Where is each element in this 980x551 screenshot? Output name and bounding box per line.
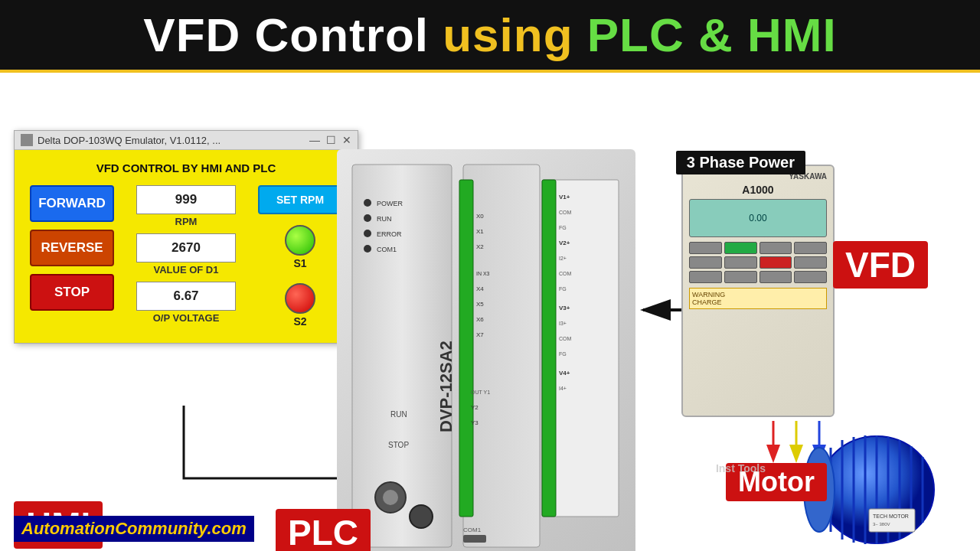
vfd-model: A1000 [689, 184, 827, 196]
svg-text:RUN: RUN [390, 410, 407, 419]
title-using: using [443, 8, 573, 61]
hmi-body: VFD CONTROL BY HMI AND PLC FORWARD REVER… [15, 150, 358, 343]
svg-rect-36 [542, 180, 556, 517]
svg-text:FG: FG [559, 286, 567, 292]
three-phase-label: 3 Phase Power [676, 151, 805, 174]
vfd-btn-11[interactable] [760, 271, 792, 283]
vfd-btn-7[interactable] [760, 256, 792, 269]
vfd-btn-6[interactable] [724, 256, 757, 269]
svg-point-56 [383, 490, 398, 505]
vfd-warning-label: WARNINGCHARGE [689, 288, 827, 309]
svg-rect-26 [459, 180, 473, 517]
stop-button[interactable]: STOP [30, 274, 114, 311]
hmi-emulator-window: Delta DOP-103WQ Emulator, V1.0112, ... —… [14, 130, 358, 344]
vfd-btn-8[interactable] [794, 256, 827, 269]
rpm-value-display[interactable]: 999 [136, 185, 236, 214]
svg-text:X6: X6 [476, 316, 484, 323]
hmi-set-indicators: SET RPM S1 S2 [258, 185, 342, 328]
s2-indicator-light [285, 283, 315, 314]
minimize-button[interactable]: — [309, 134, 320, 146]
vfd-btn-1[interactable] [689, 242, 722, 254]
svg-text:X2: X2 [476, 243, 484, 250]
svg-point-20 [364, 230, 371, 237]
s2-indicator-group: S2 [285, 283, 315, 328]
vfd-display: 0.00 [689, 199, 827, 237]
rpm-label: RPM [175, 216, 198, 227]
svg-text:I3+: I3+ [559, 321, 567, 326]
title-plchmi: PLC & HMI [573, 8, 837, 61]
s1-indicator-light [285, 225, 315, 256]
svg-text:I2+: I2+ [559, 256, 567, 261]
plc-svg: POWER RUN ERROR COM1 DVP-12SA2 {/* screw… [345, 157, 628, 551]
main-content: Delta DOP-103WQ Emulator, V1.0112, ... —… [0, 73, 980, 551]
plc-label: PLC [276, 509, 371, 551]
svg-rect-59 [463, 535, 486, 543]
forward-button[interactable]: FORWARD [30, 185, 114, 222]
d1-label: VALUE OF D1 [154, 264, 219, 276]
voltage-field-group: 6.67 O/P VOLTAGE [126, 282, 246, 324]
d1-value-display[interactable]: 2670 [136, 233, 236, 262]
d1-field-group: 2670 VALUE OF D1 [126, 233, 246, 276]
hmi-window-icon [21, 134, 33, 146]
svg-text:X1: X1 [476, 228, 484, 235]
svg-text:COM: COM [559, 336, 572, 341]
vfd-btn-10[interactable] [724, 271, 757, 283]
svg-text:V2+: V2+ [559, 240, 570, 246]
vfd-btn-12[interactable] [794, 271, 827, 283]
svg-text:RUN: RUN [377, 215, 392, 223]
svg-text:FG: FG [559, 225, 567, 230]
svg-point-22 [364, 245, 371, 253]
hmi-titlebar-controls[interactable]: — ☐ ✕ [309, 134, 351, 146]
hmi-fields: 999 RPM 2670 VALUE OF D1 6.67 O/P VOLTAG… [126, 185, 246, 327]
hmi-indicators: S1 S2 [285, 225, 315, 328]
rpm-field-group: 999 RPM [126, 185, 246, 227]
svg-rect-25 [463, 165, 540, 547]
reverse-button[interactable]: REVERSE [30, 230, 114, 266]
svg-text:I4+: I4+ [559, 386, 567, 391]
s1-indicator-group: S1 [285, 225, 315, 269]
svg-text:POWER: POWER [377, 200, 403, 207]
svg-text:X5: X5 [476, 301, 484, 308]
svg-text:COM: COM [559, 271, 572, 276]
svg-point-16 [364, 199, 371, 207]
svg-point-57 [410, 505, 433, 528]
svg-text:V3+: V3+ [559, 305, 570, 311]
title-part1: VFD Control [143, 8, 443, 61]
hmi-window-title: Delta DOP-103WQ Emulator, V1.0112, ... [38, 135, 220, 146]
page-title: VFD Control using PLC & HMI [143, 8, 836, 62]
close-button[interactable]: ✕ [342, 134, 351, 146]
vfd-buttons-grid [689, 242, 827, 283]
vfd-btn-9[interactable] [689, 271, 722, 283]
set-rpm-button[interactable]: SET RPM [258, 185, 342, 214]
svg-text:COM: COM [559, 210, 572, 215]
vfd-device: YASKAWA A1000 0.00 WARNINGCHARGE [681, 165, 835, 417]
svg-text:Y2: Y2 [471, 404, 479, 411]
voltage-value-display[interactable]: 6.67 [136, 282, 236, 311]
svg-text:TECH MOTOR: TECH MOTOR [873, 514, 909, 519]
plc-image: POWER RUN ERROR COM1 DVP-12SA2 {/* screw… [337, 149, 635, 551]
vfd-btn-4[interactable] [794, 242, 827, 254]
svg-rect-72 [869, 509, 915, 532]
vfd-btn-5[interactable] [689, 256, 722, 269]
watermark: Inst Tools [716, 462, 766, 474]
voltage-label: O/P VOLTAGE [153, 312, 220, 324]
svg-text:COM1: COM1 [463, 527, 482, 533]
svg-text:V4+: V4+ [559, 370, 570, 377]
svg-text:DVP-12SA2: DVP-12SA2 [436, 341, 456, 432]
svg-text:X0: X0 [476, 213, 484, 220]
vfd-btn-3[interactable] [760, 242, 792, 254]
svg-text:COM1: COM1 [377, 246, 397, 253]
hmi-titlebar: Delta DOP-103WQ Emulator, V1.0112, ... —… [15, 131, 358, 150]
hmi-controls-area: FORWARD REVERSE STOP 999 RPM 2670 VALUE … [30, 185, 342, 328]
s1-label: S1 [293, 257, 306, 269]
svg-text:ERROR: ERROR [377, 230, 402, 238]
svg-text:X7: X7 [476, 331, 484, 338]
svg-text:Y3: Y3 [471, 419, 479, 426]
hmi-action-buttons: FORWARD REVERSE STOP [30, 185, 114, 311]
vfd-btn-2[interactable] [724, 242, 757, 254]
header: VFD Control using PLC & HMI [0, 0, 980, 73]
svg-text:X4: X4 [476, 285, 484, 292]
svg-text:OUT Y1: OUT Y1 [471, 390, 490, 395]
vfd-label: VFD [833, 241, 928, 289]
maximize-button[interactable]: ☐ [326, 134, 336, 146]
